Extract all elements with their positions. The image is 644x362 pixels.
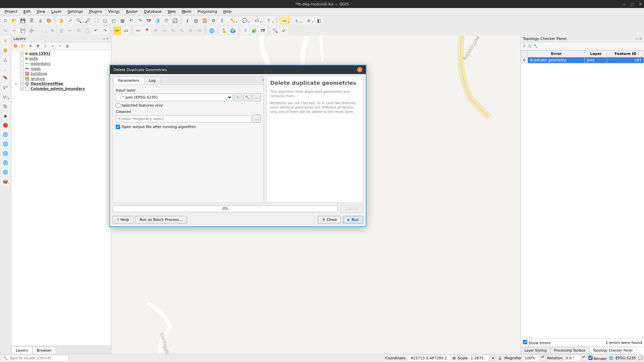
layer-item[interactable]: roads: [12, 66, 110, 71]
layer-item[interactable]: landuse: [12, 76, 110, 81]
selected-only-checkbox[interactable]: [116, 103, 120, 108]
zoom-next-icon[interactable]: ↷: [136, 16, 144, 24]
col-layer[interactable]: Layer: [585, 51, 607, 57]
menu-plugins[interactable]: Plugins: [86, 9, 105, 14]
panel-close-icon[interactable]: ✕: [639, 37, 642, 41]
zoom-in-icon[interactable]: 🔍: [75, 16, 83, 24]
menu-processing[interactable]: Processing: [195, 9, 220, 14]
stats-icon[interactable]: Σ: [218, 16, 226, 24]
layout-manager-icon[interactable]: 🖨: [36, 16, 44, 24]
field-calc-icon[interactable]: 🧮: [201, 16, 209, 24]
paste-icon[interactable]: 📋: [83, 26, 91, 35]
text-annotation-icon[interactable]: T: [263, 16, 275, 24]
scale-dropdown-icon[interactable]: ▾: [491, 355, 496, 361]
maptips-icon[interactable]: 💬: [239, 16, 250, 24]
topology-icon[interactable]: ✔: [280, 26, 288, 35]
layer-expand-icon[interactable]: »: [50, 43, 56, 49]
menu-layer[interactable]: Layer: [49, 9, 64, 14]
select-by-value-icon[interactable]: ε: [291, 16, 302, 24]
cleaned-output-input[interactable]: [116, 115, 251, 122]
render-checkbox[interactable]: Render: [588, 356, 607, 361]
label-prop-icon[interactable]: ⚙: [187, 26, 195, 35]
menu-vector[interactable]: Vector: [105, 9, 122, 14]
panel-float-icon[interactable]: ▱: [102, 37, 105, 41]
new-map-view-icon[interactable]: 🗺: [145, 16, 153, 24]
measure-icon[interactable]: 📏: [227, 16, 238, 24]
open-output-checkbox[interactable]: [116, 125, 120, 129]
label-tool-icon[interactable]: abc: [134, 26, 142, 35]
close-button[interactable]: ✕Close: [318, 216, 341, 224]
layer-item[interactable]: ✓Colombo_admin_boundary: [12, 86, 110, 91]
add-mssql-icon[interactable]: ◆: [1, 111, 10, 120]
plugin1-icon[interactable]: 🧩: [250, 26, 258, 35]
zoom-last-icon[interactable]: ↶: [127, 16, 135, 24]
panel-close-icon[interactable]: ✕: [106, 37, 109, 41]
col-fid[interactable]: Feature ID: [607, 51, 644, 57]
help-contents-icon[interactable]: ?: [241, 26, 249, 35]
save-as-icon[interactable]: 🗄: [28, 16, 36, 24]
new-project-icon[interactable]: 🗋: [1, 16, 9, 24]
show-errors-checkbox[interactable]: Show errors: [523, 340, 550, 345]
select-all-icon[interactable]: ◧: [315, 16, 323, 24]
extent-icon[interactable]: ⊞: [453, 356, 456, 360]
zoom-full-icon[interactable]: ⛶: [92, 16, 100, 24]
python-console-icon[interactable]: 🐍: [220, 26, 228, 35]
add-raster-icon[interactable]: ▦: [1, 46, 10, 54]
run-button[interactable]: ▶Run: [343, 216, 363, 224]
locator-bar[interactable]: 🔍: [1, 355, 68, 361]
label-hide-icon[interactable]: 👁: [152, 26, 160, 35]
tab-layer-styling[interactable]: Layer Styling: [521, 347, 550, 354]
dialog-close-icon[interactable]: ✕: [357, 67, 362, 72]
annotation-icon[interactable]: 🏷: [251, 16, 262, 24]
minimize-button[interactable]: —: [622, 2, 627, 6]
layer-style-icon[interactable]: 🎨: [13, 43, 19, 49]
tab-browser[interactable]: Browser: [32, 347, 56, 354]
scale-input[interactable]: [469, 355, 489, 361]
undo-icon[interactable]: ↶: [92, 26, 100, 35]
layer-item[interactable]: buildings: [12, 71, 110, 76]
advanced-icon[interactable]: 🔧: [243, 93, 251, 101]
help-button[interactable]: ?Help: [113, 216, 133, 224]
topology-validate-extent-icon[interactable]: ☑: [528, 44, 531, 48]
add-vector-icon[interactable]: V: [1, 36, 10, 45]
browse-output-icon[interactable]: …: [253, 115, 261, 123]
add-delimited-icon[interactable]: ,: [1, 64, 10, 73]
menu-raster[interactable]: Raster: [123, 9, 140, 14]
refresh-icon[interactable]: 🔄: [171, 16, 179, 24]
menu-mesh[interactable]: Mesh: [179, 9, 194, 14]
layer-visibility-icon[interactable]: 👁: [28, 43, 34, 49]
search-icon[interactable]: 🔍: [271, 26, 279, 35]
input-layer-select[interactable]: ⋮° pois [EPSG:5235]: [116, 94, 233, 101]
lock-icon[interactable]: 🔒: [498, 356, 502, 360]
crs-label[interactable]: EPSG:5235: [615, 356, 636, 360]
topology-configure-icon[interactable]: 🔧: [533, 44, 538, 48]
close-window-button[interactable]: ✕: [638, 2, 643, 6]
layer-filter-icon[interactable]: ▼: [35, 43, 41, 49]
menu-database[interactable]: Database: [141, 9, 164, 14]
temporal-icon[interactable]: ⏱: [162, 16, 170, 24]
crs-icon[interactable]: 🌐: [609, 356, 613, 360]
add-wms-icon[interactable]: 🌐: [1, 130, 10, 139]
mag-input[interactable]: [523, 355, 540, 361]
select-features-icon[interactable]: ▭: [279, 16, 290, 24]
add-xyz-icon[interactable]: 🌐: [1, 158, 10, 167]
layer-item[interactable]: ▸✓OpenStreetMap: [12, 81, 110, 86]
zoom-selection-icon[interactable]: ◱: [101, 16, 109, 24]
add-mesh-icon[interactable]: ◬: [1, 55, 10, 64]
label-abc-icon[interactable]: abc: [113, 26, 121, 35]
topology-validate-all-icon[interactable]: ✔: [523, 44, 526, 48]
layer-item[interactable]: ✓pois [395]: [12, 51, 110, 56]
iterate-icon[interactable]: ↻: [234, 93, 242, 101]
topology-errors-table[interactable]: Error Layer Feature ID 0 duplicate geome…: [521, 50, 644, 63]
panel-float-icon[interactable]: ▱: [635, 37, 638, 41]
layer-item[interactable]: pofw: [12, 56, 110, 61]
new-3d-view-icon[interactable]: 🧊: [153, 16, 161, 24]
browse-input-icon[interactable]: …: [253, 93, 261, 101]
identify-icon[interactable]: ℹ: [183, 16, 191, 24]
label-rotate-icon[interactable]: ↻: [169, 26, 177, 35]
zoom-layer-icon[interactable]: ◰: [110, 16, 118, 24]
label-reset-icon[interactable]: ⟲: [195, 26, 203, 35]
layer-tree[interactable]: ✓pois [395] pofw waterways roads buildin…: [11, 50, 111, 346]
new-shapefile-icon[interactable]: V;: [1, 93, 10, 101]
pan-icon[interactable]: ✋: [57, 16, 65, 24]
